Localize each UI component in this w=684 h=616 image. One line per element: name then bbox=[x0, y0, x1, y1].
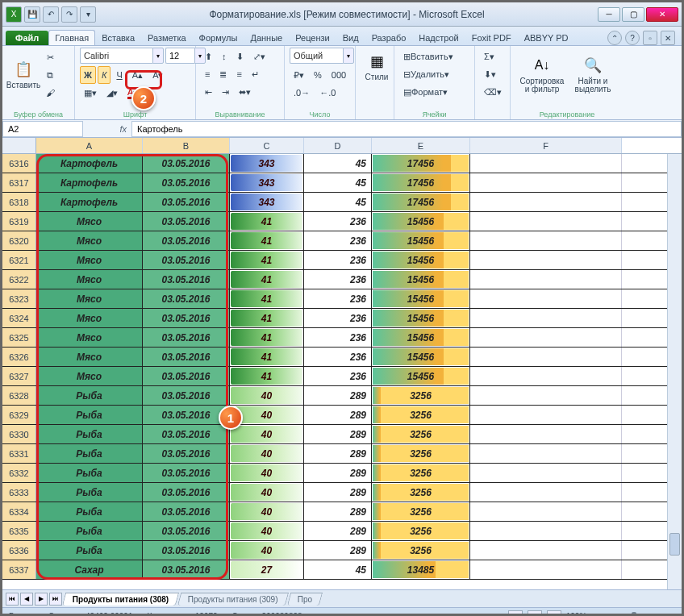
fill-button[interactable]: ⬇▾ bbox=[480, 65, 500, 83]
cell[interactable]: 03.05.2016 bbox=[143, 367, 230, 385]
cell[interactable]: 40 bbox=[230, 425, 304, 443]
cell[interactable]: Мясо bbox=[36, 309, 143, 327]
row-header[interactable]: 6336 bbox=[2, 541, 36, 560]
cell[interactable]: 236 bbox=[304, 231, 372, 250]
tab-рецензи[interactable]: Рецензи bbox=[289, 30, 336, 45]
cell[interactable]: Рыба bbox=[36, 406, 143, 424]
fill-color-button[interactable]: ◢▾ bbox=[102, 84, 122, 102]
comma-button[interactable]: 000 bbox=[327, 66, 350, 84]
cell[interactable]: 03.05.2016 bbox=[143, 309, 230, 327]
cell[interactable]: 40 bbox=[230, 464, 304, 482]
sheet-tab-active[interactable]: Продукты питания (308) bbox=[62, 593, 180, 606]
row-header[interactable]: 6319 bbox=[2, 212, 36, 231]
undo-icon[interactable]: ↶ bbox=[43, 6, 59, 23]
column-header-C[interactable]: C bbox=[230, 138, 304, 153]
row-header[interactable]: 6330 bbox=[2, 425, 36, 443]
row-header[interactable]: 6328 bbox=[2, 386, 36, 405]
cell[interactable] bbox=[470, 212, 622, 231]
insert-cells-button[interactable]: ⊞ Вставить ▾ bbox=[399, 48, 457, 65]
row-header[interactable]: 6316 bbox=[2, 154, 36, 173]
cell[interactable]: 03.05.2016 bbox=[143, 386, 230, 405]
format-painter-button[interactable]: 🖌 bbox=[40, 85, 60, 101]
window-close-icon[interactable]: ✕ bbox=[661, 31, 675, 45]
cell[interactable]: 289 bbox=[304, 386, 372, 405]
cell[interactable]: 289 bbox=[304, 522, 372, 540]
cell[interactable]: 236 bbox=[304, 251, 372, 269]
column-header-E[interactable]: E bbox=[372, 138, 470, 153]
row-header[interactable]: 6326 bbox=[2, 348, 36, 366]
cell[interactable]: 289 bbox=[304, 444, 372, 463]
cell[interactable]: 03.05.2016 bbox=[143, 328, 230, 347]
cut-button[interactable]: ✂ bbox=[40, 49, 60, 65]
cell[interactable]: 03.05.2016 bbox=[143, 522, 230, 540]
tab-вставка[interactable]: Вставка bbox=[95, 30, 141, 45]
cell[interactable] bbox=[470, 251, 622, 269]
cell[interactable]: 03.05.2016 bbox=[143, 425, 230, 443]
tab-данные[interactable]: Данные bbox=[244, 30, 289, 45]
cell[interactable]: 03.05.2016 bbox=[143, 173, 230, 192]
tab-foxit pdf[interactable]: Foxit PDF bbox=[465, 30, 518, 45]
cell[interactable]: Рыба bbox=[36, 444, 143, 463]
row-header[interactable]: 6322 bbox=[2, 270, 36, 289]
cell[interactable]: 41 bbox=[230, 367, 304, 385]
cell[interactable]: Рыба bbox=[36, 541, 143, 560]
styles-button[interactable]: ▦Стили bbox=[361, 48, 393, 85]
underline-button[interactable]: Ч bbox=[112, 66, 126, 84]
align-left-button[interactable]: ≡ bbox=[201, 65, 214, 83]
cell[interactable]: 40 bbox=[230, 444, 304, 463]
tab-разрабо[interactable]: Разрабо bbox=[365, 30, 413, 45]
cell[interactable]: Мясо bbox=[36, 328, 143, 347]
cell[interactable]: 03.05.2016 bbox=[143, 483, 230, 502]
decrease-decimal-button[interactable]: ←.0 bbox=[315, 84, 340, 102]
merge-button[interactable]: ⬌▾ bbox=[235, 83, 255, 101]
cell[interactable]: 03.05.2016 bbox=[143, 212, 230, 231]
clear-button[interactable]: ⌫▾ bbox=[480, 83, 506, 101]
cell[interactable] bbox=[470, 483, 622, 502]
cell[interactable]: 27 bbox=[230, 560, 304, 579]
tab-file[interactable]: Файл bbox=[6, 31, 48, 45]
cell[interactable] bbox=[470, 541, 622, 560]
ribbon-minimize-icon[interactable]: ⌃ bbox=[607, 31, 622, 45]
font-shrink-button[interactable]: A▾ bbox=[148, 66, 167, 84]
row-header[interactable]: 6333 bbox=[2, 483, 36, 502]
cell[interactable]: 15456 bbox=[372, 231, 470, 250]
cell[interactable]: 03.05.2016 bbox=[143, 348, 230, 366]
cell[interactable] bbox=[470, 328, 622, 347]
select-all-corner[interactable] bbox=[2, 138, 36, 153]
currency-button[interactable]: ₽▾ bbox=[290, 66, 308, 84]
cell[interactable] bbox=[470, 367, 622, 385]
cell[interactable]: 13485 bbox=[372, 560, 470, 579]
cell[interactable]: 15456 bbox=[372, 348, 470, 366]
cell[interactable]: 40 bbox=[230, 522, 304, 540]
cell[interactable]: Рыба bbox=[36, 464, 143, 482]
percent-button[interactable]: % bbox=[310, 66, 326, 84]
tab-главная[interactable]: Главная bbox=[48, 30, 95, 45]
cell[interactable]: 40 bbox=[230, 386, 304, 405]
cell[interactable]: Мясо bbox=[36, 251, 143, 269]
view-normal-button[interactable] bbox=[508, 610, 523, 617]
cell[interactable]: 3256 bbox=[372, 541, 470, 560]
cell[interactable]: 289 bbox=[304, 464, 372, 482]
cell[interactable]: 343 bbox=[230, 193, 304, 211]
cell[interactable]: 03.05.2016 bbox=[143, 502, 230, 521]
redo-icon[interactable]: ↷ bbox=[61, 6, 77, 23]
cell[interactable]: Рыба bbox=[36, 483, 143, 502]
cell[interactable]: 03.05.2016 bbox=[143, 289, 230, 308]
cell[interactable] bbox=[470, 560, 622, 579]
cell[interactable]: 343 bbox=[230, 154, 304, 173]
cell[interactable]: 41 bbox=[230, 309, 304, 327]
cell[interactable]: 45 bbox=[304, 154, 372, 173]
increase-indent-button[interactable]: ⇥ bbox=[218, 83, 233, 101]
find-select-button[interactable]: 🔍Найти и выделить bbox=[569, 48, 617, 101]
cell[interactable]: Мясо bbox=[36, 231, 143, 250]
cell[interactable]: 03.05.2016 bbox=[143, 560, 230, 579]
italic-button[interactable]: К bbox=[98, 66, 111, 84]
cell[interactable]: 15456 bbox=[372, 328, 470, 347]
cell[interactable] bbox=[470, 270, 622, 289]
cell[interactable]: 03.05.2016 bbox=[143, 541, 230, 560]
wrap-text-button[interactable]: ↵ bbox=[248, 65, 263, 83]
cell[interactable] bbox=[470, 386, 622, 405]
cell[interactable] bbox=[470, 444, 622, 463]
cell[interactable]: Мясо bbox=[36, 348, 143, 366]
paste-button[interactable]: 📋 Вставить bbox=[7, 48, 40, 101]
